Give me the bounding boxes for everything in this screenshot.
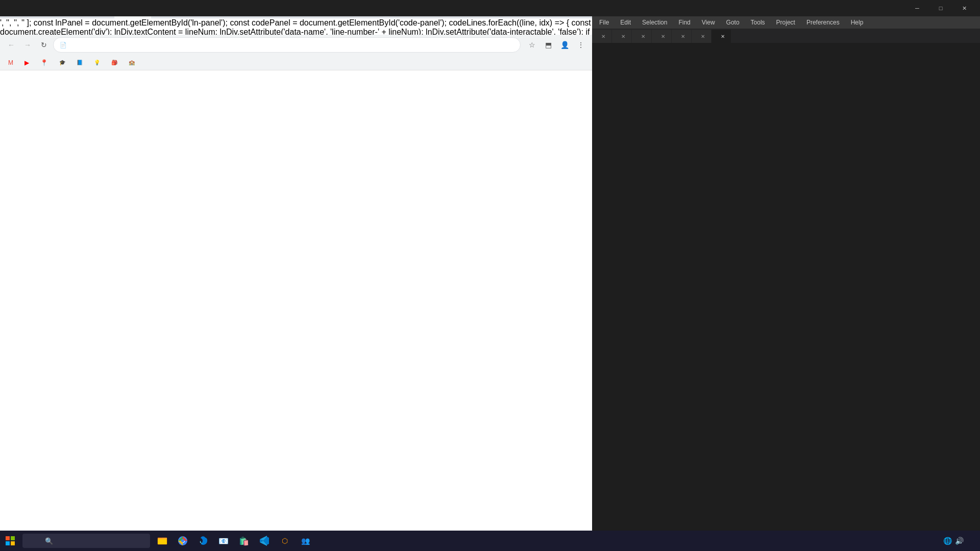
taskbar-search-input[interactable] (22, 534, 150, 548)
youtube-icon: ▶ (24, 59, 29, 66)
bookmark-classroom[interactable]: 🎒 (107, 58, 124, 67)
taskbar-app-store[interactable]: 🛍️ (235, 532, 253, 550)
window-controls: ─ □ ✕ (905, 0, 976, 16)
svg-rect-3 (11, 541, 15, 545)
editor-tab-creeper[interactable]: ✕ (592, 30, 612, 43)
address-icons: ☆ ⬒ 👤 ⋮ (525, 38, 588, 52)
bookmark-gmail[interactable]: M (4, 58, 19, 68)
edge-icon (198, 536, 208, 546)
start-button[interactable] (0, 531, 20, 551)
address-input[interactable]: 📄 (53, 37, 521, 53)
editor-tab-creeper-instructor[interactable]: ✕ (612, 30, 632, 43)
classroom-icon: 🎒 (111, 60, 117, 65)
menu-goto[interactable]: Goto (721, 18, 745, 27)
bookmark-youtube[interactable]: ▶ (20, 58, 35, 68)
menu-file[interactable]: File (594, 18, 614, 27)
minimize-button[interactable]: ─ (905, 0, 929, 16)
editor-tab-creeper-instructor-close[interactable]: ✕ (621, 34, 625, 39)
svg-point-8 (181, 539, 184, 542)
svg-rect-5 (158, 539, 167, 544)
code-content[interactable] (618, 43, 980, 540)
srm-icon: 🏫 (129, 60, 135, 65)
editor-tab-semaforo[interactable]: ✕ (672, 30, 692, 43)
editor-tab-flor-instructor[interactable]: ✕ (692, 30, 712, 43)
svg-rect-2 (6, 541, 10, 545)
taskbar-app-fileexplorer[interactable] (153, 532, 172, 550)
editor-tab-escuadra-close[interactable]: ✕ (641, 34, 645, 39)
editor-menu-bar: File Edit Selection Find View Goto Tools… (592, 16, 980, 29)
taskbar-app-vscode[interactable] (255, 532, 274, 550)
editor-body (592, 43, 980, 540)
menu-edit[interactable]: Edit (615, 18, 636, 27)
editor-tab-barras[interactable]: ✕ (712, 30, 731, 43)
taskbar-app-chrome[interactable] (174, 532, 192, 550)
taskbar: 🔍 📧 🛍️ ⬡ (0, 531, 980, 551)
line-numbers (592, 43, 618, 540)
bookmark-sistemasaberes[interactable]: 📘 (72, 58, 89, 67)
reload-button[interactable]: ↻ (37, 38, 51, 52)
bookmarks-bar: M ▶ 📍 🎓 📘 💡 🎒 🏫 (0, 55, 592, 70)
taskbar-app-teams[interactable]: 👥 (296, 532, 314, 550)
menu-view[interactable]: View (697, 18, 720, 27)
editor-tab-creeper-close[interactable]: ✕ (601, 34, 605, 39)
back-button[interactable]: ← (4, 38, 18, 52)
menu-help[interactable]: Help (846, 18, 869, 27)
gmail-icon: M (8, 59, 13, 66)
network-icon: 🌐 (943, 537, 952, 545)
bookmark-srm[interactable]: 🏫 (125, 58, 141, 67)
forward-button[interactable]: → (20, 38, 35, 52)
sound-icon: 🔊 (955, 537, 964, 545)
editor-tab-flor-instructor-close[interactable]: ✕ (701, 34, 705, 39)
brightideas-icon: 💡 (94, 60, 100, 65)
menu-project[interactable]: Project (771, 18, 800, 27)
windows-icon (6, 536, 15, 545)
protocol-icon: 📄 (60, 42, 67, 48)
bookmark-icon[interactable]: ☆ (525, 38, 539, 52)
taskbar-app-sublime[interactable]: ⬡ (276, 532, 294, 550)
vscode-icon (259, 536, 270, 546)
file-explorer-icon (157, 536, 167, 546)
svg-rect-1 (11, 536, 15, 540)
system-tray: 🌐 🔊 (939, 537, 976, 545)
editor-title-bar: ─ □ ✕ (0, 0, 980, 16)
canvas-preview-area (0, 70, 592, 91)
svg-rect-0 (6, 536, 10, 540)
bookmark-maps[interactable]: 📍 (36, 58, 54, 68)
editor-tab-bar: ✕ ✕ ✕ ✕ ✕ ✕ ✕ (592, 29, 980, 43)
profile-icon[interactable]: 👤 (557, 38, 572, 52)
miltonochoa-icon: 🎓 (59, 60, 65, 65)
menu-preferences[interactable]: Preferences (801, 18, 845, 27)
editor-tab-barras-close[interactable]: ✕ (721, 34, 725, 39)
menu-find[interactable]: Find (673, 18, 695, 27)
editor-tab-semaforo-close[interactable]: ✕ (681, 34, 685, 39)
browser-content (0, 70, 592, 531)
screenshot-icon[interactable]: ⬒ (541, 38, 555, 52)
sistemasaberes-icon: 📘 (77, 60, 83, 65)
chrome-icon (178, 536, 188, 546)
taskbar-app-edge[interactable] (194, 532, 212, 550)
menu-tools[interactable]: Tools (746, 18, 770, 27)
more-options-icon[interactable]: ⋮ (574, 38, 588, 52)
address-bar-row: ← → ↻ 📄 ☆ ⬒ 👤 ⋮ (0, 35, 592, 55)
search-area: 🔍 (20, 534, 152, 548)
search-icon: 🔍 (45, 537, 53, 545)
editor-tab-programa2c3-close[interactable]: ✕ (661, 34, 665, 39)
taskbar-app-mail[interactable]: 📧 (214, 532, 233, 550)
menu-selection[interactable]: Selection (637, 18, 672, 27)
bookmark-miltonochoa[interactable]: 🎓 (55, 58, 71, 67)
editor-tab-escuadra[interactable]: ✕ (632, 30, 652, 43)
maximize-button[interactable]: □ (929, 0, 952, 16)
bookmark-brightideas[interactable]: 💡 (90, 58, 106, 67)
maps-icon: 📍 (40, 59, 48, 66)
editor-tab-programa2c3[interactable]: ✕ (652, 30, 672, 43)
close-button[interactable]: ✕ (952, 0, 976, 16)
code-editor: File Edit Selection Find View Goto Tools… (592, 16, 980, 551)
